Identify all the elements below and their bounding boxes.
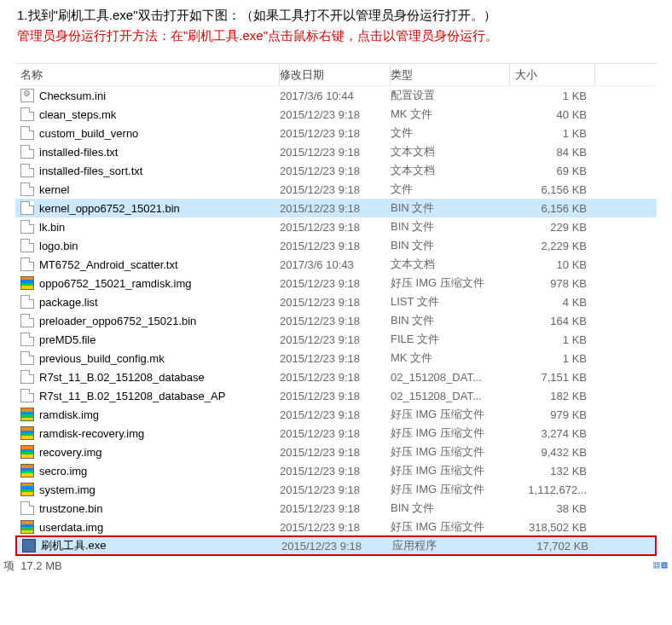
file-explorer-list[interactable]: 名称 修改日期 类型 大小 Checksum.ini2017/3/6 10:44… bbox=[15, 63, 657, 556]
file-name-text: userdata.img bbox=[39, 521, 103, 534]
file-row[interactable]: system.img2015/12/23 9:18好压 IMG 压缩文件1,11… bbox=[15, 480, 657, 499]
file-date-cell: 2015/12/23 9:18 bbox=[280, 127, 391, 140]
file-name-cell[interactable]: secro.img bbox=[15, 464, 280, 477]
file-name-cell[interactable]: 刷机工具.exe bbox=[17, 538, 281, 553]
file-row[interactable]: recovery.img2015/12/23 9:18好压 IMG 压缩文件9,… bbox=[15, 443, 657, 461]
file-name-cell[interactable]: installed-files_sort.txt bbox=[15, 164, 280, 177]
file-name-cell[interactable]: logo.bin bbox=[15, 239, 280, 252]
file-name-cell[interactable]: oppo6752_15021_ramdisk.img bbox=[15, 276, 280, 290]
file-icon bbox=[20, 258, 34, 271]
file-size-cell: 1 KB bbox=[510, 90, 595, 102]
file-row[interactable]: previous_build_config.mk2015/12/23 9:18M… bbox=[15, 349, 657, 367]
file-name-text: secro.img bbox=[39, 465, 87, 477]
exe-icon bbox=[22, 539, 36, 553]
file-row[interactable]: clean_steps.mk2015/12/23 9:18MK 文件40 KB bbox=[15, 105, 657, 124]
file-name-cell[interactable]: package.list bbox=[15, 295, 280, 309]
file-size-cell: 182 KB bbox=[510, 390, 595, 402]
file-date-cell: 2015/12/23 9:18 bbox=[280, 333, 391, 346]
file-date-cell: 2015/12/23 9:18 bbox=[280, 446, 391, 459]
file-row[interactable]: userdata.img2015/12/23 9:18好压 IMG 压缩文件31… bbox=[15, 518, 657, 536]
file-name-text: preloader_oppo6752_15021.bin bbox=[39, 315, 196, 327]
file-row[interactable]: ramdisk-recovery.img2015/12/23 9:18好压 IM… bbox=[15, 424, 657, 443]
file-row[interactable]: kernel2015/12/23 9:18文件6,156 KB bbox=[15, 180, 657, 199]
file-name-cell[interactable]: trustzone.bin bbox=[15, 501, 280, 515]
view-mode-icons[interactable] bbox=[653, 559, 669, 574]
file-row[interactable]: secro.img2015/12/23 9:18好压 IMG 压缩文件132 K… bbox=[15, 461, 657, 480]
file-row[interactable]: logo.bin2015/12/23 9:18BIN 文件2,229 KB bbox=[15, 236, 657, 255]
file-name-cell[interactable]: userdata.img bbox=[15, 520, 280, 534]
file-size-cell: 164 KB bbox=[510, 315, 595, 327]
file-row[interactable]: trustzone.bin2015/12/23 9:18BIN 文件38 KB bbox=[15, 499, 657, 518]
file-row[interactable]: R7st_11_B.02_151208_database_AP2015/12/2… bbox=[15, 386, 657, 405]
header-date[interactable]: 修改日期 bbox=[280, 64, 391, 85]
file-row[interactable]: installed-files.txt2015/12/23 9:18文本文档84… bbox=[15, 142, 657, 161]
img-icon bbox=[20, 408, 34, 421]
view-toggle-icon[interactable] bbox=[653, 559, 669, 571]
header-type[interactable]: 类型 bbox=[391, 64, 510, 85]
file-size-cell: 10 KB bbox=[510, 258, 595, 271]
file-size-cell: 229 KB bbox=[510, 221, 595, 234]
file-name-cell[interactable]: lk.bin bbox=[15, 220, 280, 234]
file-size-cell: 6,156 KB bbox=[510, 202, 595, 215]
file-row[interactable]: custom_build_verno2015/12/23 9:18文件1 KB bbox=[15, 124, 657, 142]
file-size-cell: 1 KB bbox=[510, 333, 595, 346]
file-name-cell[interactable]: previous_build_config.mk bbox=[15, 351, 280, 365]
file-name-cell[interactable]: recovery.img bbox=[15, 445, 280, 459]
file-row[interactable]: MT6752_Android_scatter.txt2017/3/6 10:43… bbox=[15, 255, 657, 274]
file-row[interactable]: kernel_oppo6752_15021.bin2015/12/23 9:18… bbox=[15, 199, 657, 217]
file-name-cell[interactable]: kernel bbox=[15, 182, 280, 196]
file-name-cell[interactable]: installed-files.txt bbox=[15, 145, 280, 159]
file-name-text: Checksum.ini bbox=[39, 90, 106, 102]
file-name-text: ramdisk.img bbox=[39, 408, 99, 421]
file-name-text: previous_build_config.mk bbox=[39, 352, 165, 365]
header-name[interactable]: 名称 bbox=[15, 64, 280, 85]
file-type-cell: MK 文件 bbox=[391, 107, 510, 122]
file-name-text: R7st_11_B.02_151208_database_AP bbox=[39, 390, 225, 402]
file-type-cell: 好压 IMG 压缩文件 bbox=[391, 425, 510, 441]
file-name-cell[interactable]: clean_steps.mk bbox=[15, 107, 280, 121]
file-date-cell: 2015/12/23 9:18 bbox=[280, 408, 391, 421]
file-size-cell: 978 KB bbox=[510, 277, 595, 290]
file-icon bbox=[20, 239, 34, 252]
file-row[interactable]: preloader_oppo6752_15021.bin2015/12/23 9… bbox=[15, 311, 657, 330]
file-row[interactable]: oppo6752_15021_ramdisk.img2015/12/23 9:1… bbox=[15, 274, 657, 292]
file-name-cell[interactable]: system.img bbox=[15, 483, 280, 496]
file-name-cell[interactable]: Checksum.ini bbox=[15, 89, 280, 102]
file-type-cell: 02_151208_DAT... bbox=[391, 390, 510, 402]
file-type-cell: 文本文档 bbox=[391, 257, 510, 272]
file-name-text: logo.bin bbox=[39, 240, 78, 252]
file-row[interactable]: package.list2015/12/23 9:18LIST 文件4 KB bbox=[15, 292, 657, 311]
file-date-cell: 2015/12/23 9:18 bbox=[280, 371, 391, 384]
file-name-cell[interactable]: ramdisk.img bbox=[15, 408, 280, 421]
header-size[interactable]: 大小 bbox=[510, 64, 595, 85]
file-name-text: oppo6752_15021_ramdisk.img bbox=[39, 277, 192, 290]
file-date-cell: 2015/12/23 9:18 bbox=[280, 277, 391, 290]
file-date-cell: 2015/12/23 9:18 bbox=[280, 296, 391, 309]
file-name-cell[interactable]: custom_build_verno bbox=[15, 126, 280, 140]
file-name-cell[interactable]: R7st_11_B.02_151208_database_AP bbox=[15, 389, 280, 402]
file-name-cell[interactable]: ramdisk-recovery.img bbox=[15, 426, 280, 440]
file-row[interactable]: 刷机工具.exe2015/12/23 9:18应用程序17,702 KB bbox=[15, 535, 657, 556]
file-size-cell: 4 KB bbox=[510, 296, 595, 309]
file-name-cell[interactable]: preloader_oppo6752_15021.bin bbox=[15, 314, 280, 327]
file-row[interactable]: installed-files_sort.txt2015/12/23 9:18文… bbox=[15, 161, 657, 180]
file-row[interactable]: ramdisk.img2015/12/23 9:18好压 IMG 压缩文件979… bbox=[15, 405, 657, 424]
file-date-cell: 2017/3/6 10:44 bbox=[280, 90, 391, 102]
img-icon bbox=[20, 483, 34, 496]
file-icon bbox=[20, 220, 34, 234]
file-name-cell[interactable]: preMD5.file bbox=[15, 333, 280, 346]
file-name-text: installed-files_sort.txt bbox=[39, 165, 142, 177]
file-name-cell[interactable]: MT6752_Android_scatter.txt bbox=[15, 258, 280, 271]
file-icon bbox=[20, 107, 34, 121]
file-name-cell[interactable]: R7st_11_B.02_151208_database bbox=[15, 370, 280, 384]
file-size-cell: 69 KB bbox=[510, 165, 595, 177]
file-row[interactable]: preMD5.file2015/12/23 9:18FILE 文件1 KB bbox=[15, 330, 657, 349]
file-row[interactable]: Checksum.ini2017/3/6 10:44配置设置1 KB bbox=[15, 86, 657, 105]
file-row[interactable]: R7st_11_B.02_151208_database2015/12/23 9… bbox=[15, 367, 657, 386]
file-type-cell: 好压 IMG 压缩文件 bbox=[391, 275, 510, 291]
column-headers[interactable]: 名称 修改日期 类型 大小 bbox=[15, 64, 657, 86]
file-row[interactable]: lk.bin2015/12/23 9:18BIN 文件229 KB bbox=[15, 217, 657, 236]
file-date-cell: 2015/12/23 9:18 bbox=[280, 521, 391, 534]
file-name-cell[interactable]: kernel_oppo6752_15021.bin bbox=[15, 201, 280, 215]
file-type-cell: 好压 IMG 压缩文件 bbox=[391, 482, 510, 497]
